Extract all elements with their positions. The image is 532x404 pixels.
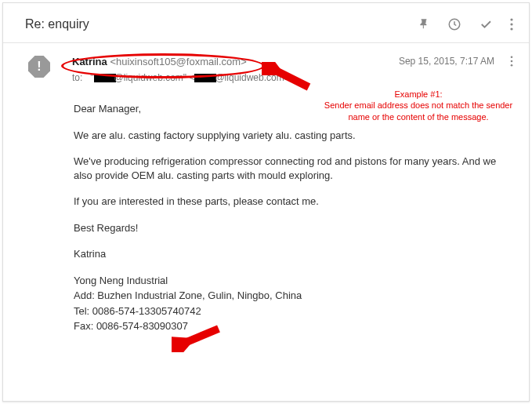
body-fax: Fax: 0086-574-83090307 bbox=[74, 319, 513, 333]
email-body: Dear Manager, We are alu. casting factor… bbox=[3, 86, 529, 333]
body-p5: Katrina bbox=[74, 247, 513, 261]
body-p2: We've producing refrigeration compressor… bbox=[74, 155, 513, 182]
recipient-line: to: "@liquidweb.com" <@liquidweb.com> bbox=[72, 72, 399, 83]
redacted-block bbox=[194, 74, 216, 82]
warning-icon: ! bbox=[37, 60, 41, 74]
body-company: Yong Neng Industrial bbox=[74, 274, 513, 288]
timestamp: Sep 15, 2015, 7:17 AM bbox=[399, 56, 494, 67]
svg-point-1 bbox=[510, 18, 512, 20]
svg-point-3 bbox=[510, 27, 512, 30]
message-more-icon[interactable] bbox=[510, 56, 513, 67]
body-p1: We are alu. casting factory supplying va… bbox=[74, 129, 513, 143]
sender-name: Katrina bbox=[72, 56, 107, 67]
email-subject: Re: enquiry bbox=[25, 17, 89, 31]
sender-email: <huixinsoft105@foxmail.com> bbox=[110, 56, 246, 67]
header-actions bbox=[418, 17, 513, 31]
check-icon[interactable] bbox=[479, 17, 493, 31]
email-header: Re: enquiry bbox=[3, 3, 529, 43]
body-p4: Best Regards! bbox=[74, 221, 513, 235]
to-label: to: bbox=[72, 72, 82, 83]
body-greeting: Dear Manager, bbox=[74, 102, 513, 116]
pin-icon[interactable] bbox=[418, 18, 430, 31]
svg-point-4 bbox=[511, 56, 513, 58]
redacted-block bbox=[94, 74, 116, 82]
avatar: ! bbox=[28, 56, 56, 75]
svg-point-6 bbox=[511, 64, 513, 67]
sender-meta: ! Katrina <huixinsoft105@foxmail.com> to… bbox=[3, 43, 529, 86]
body-p3: If you are interested in these parts, pl… bbox=[74, 195, 513, 209]
body-tel: Tel: 0086-574-13305740742 bbox=[74, 304, 513, 318]
clock-icon[interactable] bbox=[447, 17, 461, 31]
more-icon[interactable] bbox=[510, 18, 513, 31]
body-addr: Add: Buzhen Industrial Zone, Gulin, Ning… bbox=[74, 289, 513, 303]
svg-point-2 bbox=[510, 23, 512, 25]
sender-line: Katrina <huixinsoft105@foxmail.com> bbox=[72, 56, 399, 67]
svg-point-5 bbox=[511, 60, 513, 63]
